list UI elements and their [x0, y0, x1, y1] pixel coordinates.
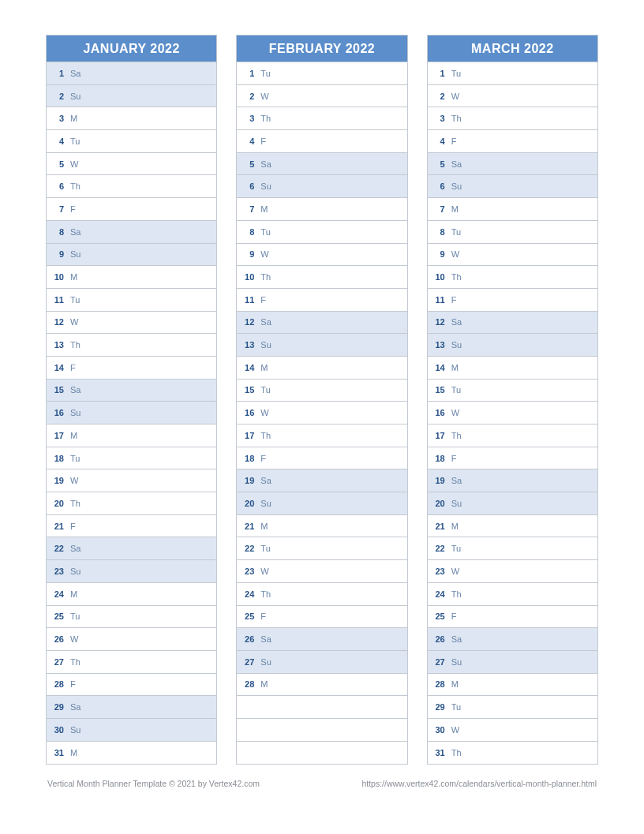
day-name: F [67, 522, 76, 531]
day-name: Tu [448, 544, 461, 553]
day-name: Th [67, 499, 80, 508]
day-row: 8Tu [237, 221, 406, 244]
day-name: M [448, 204, 459, 214]
day-row: 1Tu [237, 62, 406, 85]
day-name: Tu [67, 137, 80, 146]
day-row: 11F [428, 289, 597, 312]
day-number: 22 [47, 544, 67, 553]
day-name: W [67, 317, 78, 327]
day-row: 21M [428, 515, 597, 538]
day-row: 4Tu [47, 130, 216, 153]
day-name: Su [257, 657, 271, 667]
day-name: F [257, 611, 266, 621]
day-name: F [448, 295, 457, 305]
day-name: M [67, 748, 77, 757]
day-row: 29Sa [47, 696, 216, 719]
day-row: 9Su [47, 244, 216, 267]
day-name: M [257, 363, 268, 372]
day-number: 22 [428, 544, 448, 553]
day-name: Sa [257, 634, 271, 644]
day-name: Sa [257, 159, 271, 169]
day-number: 18 [428, 454, 448, 463]
month-column: FEBRUARY 20221Tu2W3Th4F5Sa6Su7M8Tu9W10Th… [236, 35, 407, 765]
day-number: 8 [237, 227, 257, 237]
day-name: Tu [257, 385, 270, 395]
day-name: Sa [67, 227, 80, 237]
day-name: Th [448, 431, 462, 440]
day-row: 23Su [47, 560, 216, 583]
day-name: Sa [67, 69, 80, 78]
day-name: Tu [67, 611, 80, 621]
day-row: 28F [47, 674, 216, 697]
day-row: 21F [47, 515, 216, 538]
day-number: 19 [237, 476, 257, 485]
day-number: 15 [428, 385, 448, 395]
day-number: 7 [47, 204, 67, 214]
day-number: 26 [428, 634, 448, 644]
day-number: 21 [47, 522, 67, 531]
day-name: M [448, 679, 459, 689]
day-row: 18Tu [47, 447, 216, 470]
day-name: Su [448, 499, 462, 508]
month-column: JANUARY 20221Sa2Su3M4Tu5W6Th7F8Sa9Su10M1… [46, 35, 217, 765]
footer-url: https://www.vertex42.com/calendars/verti… [361, 779, 597, 788]
day-name: Su [257, 181, 271, 191]
day-name: Th [257, 272, 271, 282]
day-name: F [257, 137, 266, 146]
day-row: 6Su [428, 175, 597, 198]
day-row: 1Tu [428, 62, 597, 85]
day-row: 16W [428, 402, 597, 424]
day-name: Sa [448, 317, 462, 327]
day-name: W [257, 92, 268, 101]
day-name: M [448, 363, 459, 372]
day-number: 25 [47, 611, 67, 621]
day-number: 16 [237, 408, 257, 417]
day-number: 4 [47, 137, 67, 146]
day-number: 11 [47, 295, 67, 305]
day-row: 7M [237, 198, 406, 221]
day-row: 24Th [428, 583, 597, 606]
day-number: 18 [47, 454, 67, 463]
day-row: 16Su [47, 402, 216, 424]
day-row: 29Tu [428, 696, 597, 719]
day-row: 22Sa [47, 537, 216, 560]
day-name: Su [67, 567, 80, 576]
day-row: 25F [428, 606, 597, 629]
day-name: Sa [67, 544, 80, 553]
day-number: 21 [428, 522, 448, 531]
day-number: 27 [428, 657, 448, 667]
day-name: M [257, 204, 268, 214]
day-name: Sa [448, 476, 462, 485]
day-row: 19W [47, 469, 216, 492]
day-name: Th [67, 181, 80, 191]
day-row: 3Th [237, 107, 406, 130]
day-name: Tu [67, 295, 80, 305]
day-number: 11 [237, 295, 257, 305]
day-name: Th [257, 589, 271, 599]
day-row: 24M [47, 583, 216, 606]
day-row: 13Su [237, 334, 406, 357]
day-number: 13 [237, 340, 257, 350]
day-row: 10M [47, 266, 216, 289]
day-number: 11 [428, 295, 448, 305]
day-number: 20 [47, 499, 67, 508]
day-number: 15 [47, 385, 67, 395]
day-number: 4 [428, 137, 448, 146]
day-name: W [257, 408, 268, 417]
day-number: 7 [237, 204, 257, 214]
day-name: M [67, 589, 77, 599]
day-number: 10 [237, 272, 257, 282]
day-number: 4 [237, 137, 257, 146]
day-name: Th [67, 340, 80, 350]
day-number: 28 [237, 679, 257, 689]
day-name: F [257, 454, 266, 463]
day-row: 15Sa [47, 380, 216, 402]
day-row: 3Th [428, 107, 597, 130]
day-row: 19Sa [237, 469, 406, 492]
day-row: 25F [237, 606, 406, 629]
day-name: W [448, 408, 459, 417]
day-name: M [67, 431, 77, 440]
day-number: 3 [237, 114, 257, 123]
day-name: Su [448, 340, 462, 350]
day-row: 2W [237, 85, 406, 108]
